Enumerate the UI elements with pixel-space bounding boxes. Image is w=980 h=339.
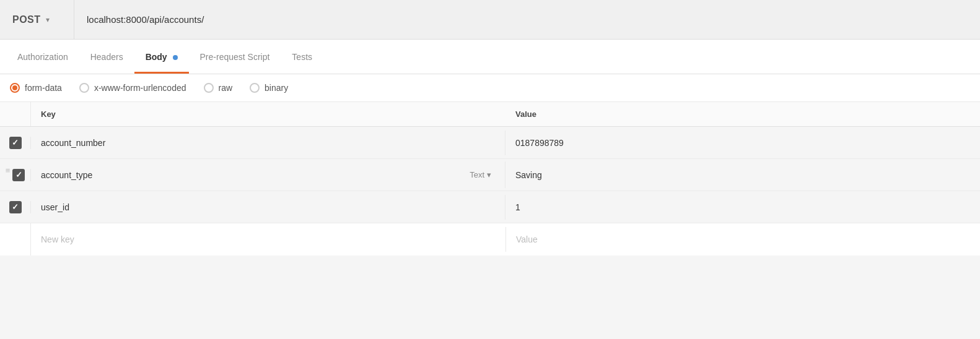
row1-checkbox[interactable]: ✓ xyxy=(9,137,22,149)
http-method: POST xyxy=(12,14,41,25)
method-chevron-icon: ▾ xyxy=(46,15,50,24)
radio-binary-label: binary xyxy=(265,83,288,93)
type-selector[interactable]: Text ▾ xyxy=(466,169,495,181)
row1-check-cell: ✓ xyxy=(0,137,31,149)
radio-urlencoded[interactable]: x-www-form-urlencoded xyxy=(79,83,186,93)
row1-value-cell[interactable]: 0187898789 xyxy=(505,131,980,155)
row3-value: 1 xyxy=(515,202,520,212)
tabs-bar: Authorization Headers Body Pre-request S… xyxy=(0,40,980,74)
radio-urlencoded-label: x-www-form-urlencoded xyxy=(94,83,186,93)
new-key-placeholder-text: New key xyxy=(41,234,74,244)
params-table: Key Value ✓ account_number 0187898789 ≡ … xyxy=(0,102,980,255)
row2-key-cell[interactable]: account_type Text ▾ xyxy=(31,161,505,188)
body-type-options: form-data x-www-form-urlencoded raw bina… xyxy=(0,74,980,102)
type-chevron-icon: ▾ xyxy=(487,170,491,179)
table-header: Key Value xyxy=(0,102,980,127)
checkmark-icon: ✓ xyxy=(12,138,19,147)
tab-tests[interactable]: Tests xyxy=(281,42,323,74)
th-key: Key xyxy=(31,102,505,126)
tab-authorization[interactable]: Authorization xyxy=(6,42,79,74)
tab-prerequest-label: Pre-request Script xyxy=(200,52,270,62)
tab-tests-label: Tests xyxy=(292,52,312,62)
row3-checkbox[interactable]: ✓ xyxy=(9,201,22,213)
radio-raw-circle xyxy=(204,83,214,93)
table-row: ✓ user_id 1 xyxy=(0,191,980,223)
url-input[interactable] xyxy=(74,14,980,25)
th-checkbox-col xyxy=(0,102,31,126)
row2-value-cell[interactable]: Saving xyxy=(505,163,980,187)
tab-headers[interactable]: Headers xyxy=(79,42,134,74)
tab-authorization-label: Authorization xyxy=(17,52,68,62)
row3-key-cell[interactable]: user_id xyxy=(31,195,505,220)
row1-key-cell[interactable]: account_number xyxy=(31,131,505,155)
table-row: ✓ account_number 0187898789 xyxy=(0,127,980,159)
row3-key: user_id xyxy=(41,202,69,212)
type-selector-label: Text xyxy=(470,170,484,179)
radio-binary-circle xyxy=(250,83,260,93)
tab-prerequest[interactable]: Pre-request Script xyxy=(189,42,281,74)
radio-raw[interactable]: raw xyxy=(204,83,233,93)
drag-handle-icon: ≡ xyxy=(6,166,11,175)
row3-value-cell[interactable]: 1 xyxy=(505,195,980,220)
tab-headers-label: Headers xyxy=(90,52,123,62)
row2-value: Saving xyxy=(515,170,542,180)
tab-body-label: Body xyxy=(146,52,167,62)
checkmark-icon: ✓ xyxy=(12,202,19,212)
radio-raw-label: raw xyxy=(219,83,233,93)
row1-value: 0187898789 xyxy=(515,138,564,148)
row2-check-cell: ≡ ✓ xyxy=(0,169,31,181)
tab-body[interactable]: Body xyxy=(134,42,189,74)
radio-binary[interactable]: binary xyxy=(250,83,288,93)
new-value-placeholder-text: Value xyxy=(516,234,538,244)
new-key-input[interactable]: New key xyxy=(31,227,505,252)
radio-form-data-circle xyxy=(10,83,20,93)
url-bar: POST ▾ xyxy=(0,0,980,40)
row3-check-cell: ✓ xyxy=(0,201,31,213)
new-value-input[interactable]: Value xyxy=(505,227,980,252)
row2-key: account_type xyxy=(41,170,92,180)
tab-body-dot xyxy=(173,55,178,60)
table-row: ≡ ✓ account_type Text ▾ Saving xyxy=(0,159,980,191)
checkmark-icon: ✓ xyxy=(15,170,22,179)
row1-key: account_number xyxy=(41,138,105,148)
new-key-row: New key Value xyxy=(0,223,980,255)
method-selector[interactable]: POST ▾ xyxy=(0,0,74,39)
radio-form-data[interactable]: form-data xyxy=(10,83,62,93)
row2-checkbox[interactable]: ✓ xyxy=(12,169,25,181)
radio-urlencoded-circle xyxy=(79,83,89,93)
th-value: Value xyxy=(505,102,980,126)
radio-form-data-label: form-data xyxy=(25,83,62,93)
